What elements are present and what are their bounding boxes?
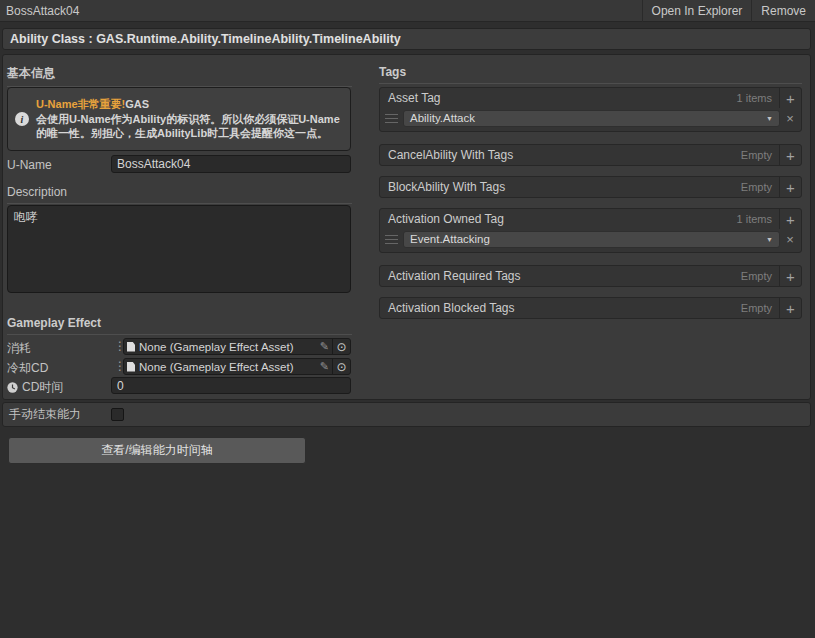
tag-group-cancel-ability: CancelAbility With Tags Empty + (379, 144, 802, 166)
tag-group-count: Empty (741, 270, 779, 282)
uname-help-text: U-Name非常重要!GAS 会使用U-Name作为Ability的标识符。所以… (36, 97, 350, 141)
add-tag-button[interactable]: + (779, 209, 801, 229)
tag-item-row: Event.Attacking ▼ × (380, 229, 801, 251)
tag-group-count: Empty (741, 149, 779, 161)
titlebar: BossAttack04 Open In Explorer Remove (0, 0, 815, 22)
add-tag-button[interactable]: + (779, 177, 801, 197)
inspector-panel: 基本信息 i U-Name非常重要!GAS 会使用U-Name作为Ability… (2, 54, 811, 400)
cooldown-object-field[interactable]: None (Gameplay Effect Asset) ✎ ⊙ (123, 358, 351, 375)
uname-help-body: 会使用U-Name作为Ability的标识符。所以你必须保证U-Name的唯一性… (36, 112, 344, 141)
tag-group-label: Activation Blocked Tags (380, 301, 741, 315)
cost-object-field[interactable]: None (Gameplay Effect Asset) ✎ ⊙ (123, 338, 351, 355)
add-tag-button[interactable]: + (779, 298, 801, 318)
remove-tag-button[interactable]: × (780, 111, 800, 126)
tag-group-activation-required: Activation Required Tags Empty + (379, 265, 802, 287)
remove-tag-button[interactable]: × (780, 232, 800, 247)
object-picker-icon[interactable]: ⊙ (333, 340, 350, 354)
tag-dropdown-value: Ability.Attack (410, 112, 475, 124)
open-in-explorer-button[interactable]: Open In Explorer (642, 0, 752, 22)
cooldown-object-value: None (Gameplay Effect Asset) (139, 361, 317, 373)
clock-icon (7, 382, 18, 393)
ability-class-bar: Ability Class : GAS.Runtime.Ability.Time… (2, 28, 811, 50)
tag-group-label: Asset Tag (380, 91, 737, 105)
description-textarea[interactable]: 咆哮 (7, 205, 351, 293)
cd-time-input[interactable]: 0 (111, 377, 351, 394)
tag-group-label: Activation Owned Tag (380, 212, 737, 226)
window-title: BossAttack04 (0, 4, 642, 18)
remove-button[interactable]: Remove (751, 0, 815, 22)
manual-end-row: 手动结束能力 (2, 402, 811, 427)
drag-handle-icon[interactable] (385, 235, 398, 244)
add-tag-button[interactable]: + (779, 88, 801, 108)
cost-label: 消耗 (7, 340, 31, 357)
tag-group-count: Empty (741, 181, 779, 193)
uname-help-title-rest: GAS (125, 98, 149, 110)
drag-handle-icon[interactable] (385, 114, 398, 123)
info-icon: i (15, 112, 29, 126)
add-tag-button[interactable]: + (779, 266, 801, 286)
tag-group-header: Asset Tag 1 items + (380, 88, 801, 108)
basic-info-section-title: 基本信息 (7, 65, 352, 87)
edit-timeline-button[interactable]: 查看/编辑能力时间轴 (8, 437, 306, 464)
edit-pencil-icon[interactable]: ✎ (317, 340, 332, 353)
asset-file-icon (127, 342, 135, 352)
add-tag-button[interactable]: + (779, 145, 801, 165)
tag-item-row: Ability.Attack ▼ × (380, 108, 801, 130)
tags-section-title: Tags (379, 65, 802, 84)
tag-dropdown[interactable]: Event.Attacking ▼ (403, 231, 780, 248)
tag-group-label: CancelAbility With Tags (380, 148, 741, 162)
description-label: Description (7, 185, 352, 204)
uname-label: U-Name (7, 158, 52, 172)
tag-group-activation-blocked: Activation Blocked Tags Empty + (379, 297, 802, 319)
uname-help-highlight: U-Name非常重要! (36, 98, 125, 110)
tag-group-count: Empty (741, 302, 779, 314)
edit-pencil-icon[interactable]: ✎ (317, 360, 332, 373)
manual-end-checkbox[interactable] (111, 408, 124, 421)
cost-object-value: None (Gameplay Effect Asset) (139, 341, 317, 353)
cd-time-label-row: CD时间 (7, 379, 63, 396)
tag-dropdown-value: Event.Attacking (410, 233, 490, 245)
tag-group-block-ability: BlockAbility With Tags Empty + (379, 176, 802, 198)
cooldown-label: 冷却CD (7, 360, 48, 377)
tag-group-count: 1 items (737, 213, 779, 225)
tag-group-header: Activation Blocked Tags Empty + (380, 298, 801, 318)
chevron-down-icon: ▼ (766, 115, 773, 122)
asset-file-icon (127, 362, 135, 372)
info-icon-wrap: i (8, 112, 36, 126)
tag-group-header: Activation Required Tags Empty + (380, 266, 801, 286)
uname-input[interactable]: BossAttack04 (111, 155, 351, 173)
tag-group-label: BlockAbility With Tags (380, 180, 741, 194)
gameplay-effect-section-title: Gameplay Effect (7, 316, 352, 335)
tag-group-header: CancelAbility With Tags Empty + (380, 145, 801, 165)
chevron-down-icon: ▼ (766, 236, 773, 243)
tag-group-asset-tag: Asset Tag 1 items + Ability.Attack ▼ × (379, 87, 802, 132)
tag-group-activation-owned: Activation Owned Tag 1 items + Event.Att… (379, 208, 802, 253)
cd-time-label: CD时间 (22, 379, 63, 396)
tag-group-label: Activation Required Tags (380, 269, 741, 283)
uname-help-box: i U-Name非常重要!GAS 会使用U-Name作为Ability的标识符。… (7, 87, 351, 151)
tag-dropdown[interactable]: Ability.Attack ▼ (403, 110, 780, 127)
object-picker-icon[interactable]: ⊙ (333, 360, 350, 374)
tag-group-header: Activation Owned Tag 1 items + (380, 209, 801, 229)
manual-end-label: 手动结束能力 (3, 406, 81, 423)
tag-group-count: 1 items (737, 92, 779, 104)
tag-group-header: BlockAbility With Tags Empty + (380, 177, 801, 197)
